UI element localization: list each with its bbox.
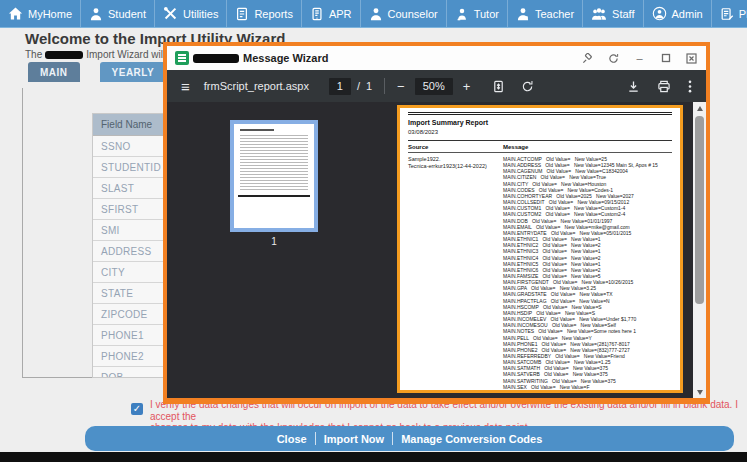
- verify-checkbox[interactable]: ✓: [131, 403, 143, 415]
- zoom-out-button[interactable]: −: [397, 79, 405, 94]
- tab-yearly[interactable]: YEARLY: [100, 62, 167, 82]
- report-document-icon: [175, 51, 189, 65]
- report-top-rule: [408, 112, 672, 115]
- pe-parent-icon: [720, 7, 734, 21]
- thumbnail-page-number: 1: [230, 236, 318, 247]
- reports-icon: [235, 7, 249, 21]
- report-message-list: MAIN.ACTCOMP Old Value= New Value=25MAIN…: [503, 156, 672, 393]
- nav-label: Counselor: [388, 8, 438, 20]
- utilities-icon: [163, 6, 178, 21]
- page-number-input[interactable]: 1: [329, 78, 351, 95]
- nav-label: Admin: [672, 8, 703, 20]
- nav-label: MyHome: [28, 8, 72, 20]
- nav-item-counselor[interactable]: Counselor: [361, 0, 447, 27]
- tutor-icon: [455, 7, 469, 21]
- page-thumbnail[interactable]: [230, 120, 318, 232]
- report-title: Import Summary Report: [408, 119, 672, 126]
- page-subtitle: TheImport Wizard will he: [25, 49, 179, 60]
- nav-item-reports[interactable]: Reports: [227, 0, 302, 27]
- app-screen: MyHome Student Utilities Reports APR Cou…: [0, 0, 747, 462]
- nav-item-pe-parent[interactable]: PE Par: [712, 0, 747, 27]
- footer-divider: [315, 432, 316, 445]
- message-column-header: Message: [503, 144, 528, 150]
- nav-label: Tutor: [474, 8, 499, 20]
- counselor-icon: [369, 7, 383, 21]
- source-column-header: Source: [408, 144, 503, 150]
- nav-item-apr[interactable]: APR: [302, 0, 361, 27]
- apr-icon: [310, 7, 324, 21]
- nav-label: Staff: [612, 8, 634, 20]
- toolbar-divider: [384, 78, 385, 94]
- nav-label: Utilities: [183, 8, 218, 20]
- modal-scrollbar[interactable]: [693, 102, 706, 398]
- window-controls: –: [581, 52, 698, 65]
- modal-title: Message Wizard: [243, 52, 329, 64]
- pdf-viewer-canvas: 1 Import Summary Report 03/08/2023 Sourc…: [167, 102, 693, 398]
- close-button[interactable]: Close: [277, 433, 307, 445]
- nav-item-utilities[interactable]: Utilities: [155, 0, 227, 27]
- source-line-1: Sample1922.: [408, 156, 503, 163]
- nav-item-admin[interactable]: Admin: [644, 0, 712, 27]
- nav-label: Student: [108, 8, 146, 20]
- zoom-level-input[interactable]: 50%: [415, 78, 453, 95]
- thumbnail-text-lines: [240, 133, 308, 191]
- scrollbar-up-arrow[interactable]: [693, 102, 706, 114]
- nav-label: PE Par: [739, 8, 747, 20]
- menu-icon[interactable]: ≡: [181, 78, 190, 95]
- report-date: 03/08/2023: [408, 129, 672, 135]
- nav-item-tutor[interactable]: Tutor: [447, 0, 508, 27]
- minimize-icon[interactable]: –: [633, 52, 646, 65]
- thumbnail-bottom-rule: [238, 195, 310, 197]
- report-message-row: MAIN.SLAST Old Value= New Value=Sample73…: [503, 390, 672, 393]
- pdf-viewer-row: 1 Import Summary Report 03/08/2023 Sourc…: [167, 102, 706, 398]
- nav-label: Teacher: [535, 8, 574, 20]
- report-body: Sample1922. Tecnica-errkur1923(12-44-202…: [408, 153, 672, 393]
- footer-divider: [392, 432, 393, 445]
- thumbnail-title-line: [240, 129, 274, 131]
- top-nav-bar: MyHome Student Utilities Reports APR Cou…: [0, 0, 747, 28]
- nav-label: Reports: [254, 8, 293, 20]
- report-source-cell: Sample1922. Tecnica-errkur1923(12-44-202…: [408, 156, 503, 393]
- pin-icon[interactable]: [581, 52, 594, 65]
- source-line-2: Tecnica-errkur1923(12-44-2022): [408, 163, 503, 170]
- refresh-icon[interactable]: [607, 52, 620, 65]
- pdf-filename: frmScript_report.aspx: [204, 80, 309, 92]
- manage-conversion-codes-button[interactable]: Manage Conversion Codes: [401, 433, 542, 445]
- page-separator: /: [357, 80, 360, 92]
- redacted-brand-name: [193, 54, 239, 63]
- maximize-icon[interactable]: [659, 52, 672, 65]
- message-wizard-modal: Message Wizard – ≡ frmScript_report.asp: [163, 42, 710, 404]
- admin-icon: [652, 6, 667, 21]
- nav-item-staff[interactable]: Staff: [583, 0, 643, 27]
- footer-action-bar: Close Import Now Manage Conversion Codes: [85, 426, 734, 451]
- report-column-headers: Source Message: [408, 141, 672, 153]
- scrollbar-down-arrow[interactable]: [693, 386, 706, 398]
- report-page: Import Summary Report 03/08/2023 Source …: [397, 105, 683, 393]
- nav-item-student[interactable]: Student: [81, 0, 155, 27]
- nav-item-myhome[interactable]: MyHome: [0, 0, 81, 27]
- close-icon[interactable]: [685, 52, 698, 65]
- download-icon[interactable]: [627, 80, 640, 93]
- nav-item-teacher[interactable]: Teacher: [508, 0, 583, 27]
- scrollbar-thumb[interactable]: [695, 116, 704, 304]
- redacted-brand-name: [45, 51, 83, 59]
- student-icon: [89, 7, 103, 21]
- page-total: 1: [366, 80, 372, 92]
- teacher-icon: [516, 7, 530, 21]
- pdf-toolbar: ≡ frmScript_report.aspx 1 / 1 − 50% +: [167, 70, 706, 102]
- home-icon: [8, 6, 23, 21]
- more-options-icon[interactable]: [688, 80, 692, 93]
- bottom-black-strip: [0, 452, 747, 462]
- nav-label: APR: [329, 8, 352, 20]
- tab-main[interactable]: MAIN: [28, 62, 80, 82]
- import-now-button[interactable]: Import Now: [324, 433, 385, 445]
- fit-to-page-icon[interactable]: [492, 80, 505, 93]
- rotate-icon[interactable]: [521, 80, 534, 93]
- print-icon[interactable]: [657, 80, 671, 93]
- modal-title-bar: Message Wizard –: [167, 46, 706, 70]
- staff-icon: [591, 7, 607, 21]
- toolbar-right-group: [627, 80, 692, 93]
- zoom-in-button[interactable]: +: [463, 79, 471, 94]
